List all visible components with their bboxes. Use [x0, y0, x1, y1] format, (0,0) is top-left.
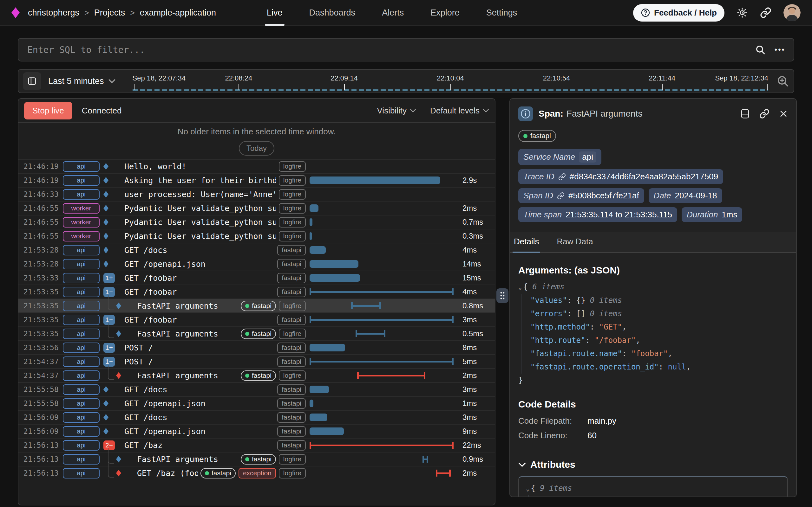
- service-tag[interactable]: api: [63, 454, 100, 464]
- attributes-toggle[interactable]: Attributes: [518, 459, 788, 470]
- zoom-in-icon[interactable]: [776, 75, 789, 88]
- table-row[interactable]: 21:46:19apiAsking the user for their bir…: [18, 173, 495, 187]
- default-levels-dropdown[interactable]: Default levels: [430, 106, 489, 116]
- tag-pill-logfire[interactable]: logfire: [279, 301, 306, 311]
- service-tag[interactable]: api: [63, 301, 100, 311]
- service-tag[interactable]: api: [63, 259, 100, 269]
- detail-tab-raw-data[interactable]: Raw Data: [555, 232, 594, 252]
- service-tag[interactable]: api: [63, 287, 100, 297]
- service-tag[interactable]: api: [63, 356, 100, 367]
- detail-tab-details[interactable]: Details: [513, 232, 540, 252]
- tag-pill-logfire[interactable]: logfire: [279, 454, 306, 464]
- sql-filter-input[interactable]: [27, 44, 755, 55]
- search-icon[interactable]: [755, 44, 766, 55]
- service-tag[interactable]: api: [63, 468, 100, 478]
- logfire-logo-icon[interactable]: [11, 7, 20, 18]
- sidebar-toggle-icon[interactable]: [23, 72, 41, 90]
- service-tag[interactable]: api: [63, 161, 100, 172]
- service-tag[interactable]: api: [63, 315, 100, 325]
- feedback-help-button[interactable]: Feedback / Help: [633, 4, 724, 21]
- table-row[interactable]: 21:54:37api1−POST /fastapi5ms: [18, 354, 495, 368]
- tag-pill-fastapi[interactable]: fastapi: [241, 329, 276, 339]
- breadcrumb-project-name[interactable]: example-application: [140, 8, 216, 18]
- breadcrumb-projects[interactable]: Projects: [94, 8, 125, 18]
- table-row[interactable]: 21:53:35api1−GET /foobarfastapi4ms: [18, 285, 495, 298]
- table-row[interactable]: 21:53:56api1+POST /fastapi8ms: [18, 340, 495, 354]
- timeline[interactable]: Sep 18, 22:07:3422:08:2422:09:1422:10:04…: [133, 70, 768, 93]
- tag-pill-exception[interactable]: exception: [239, 468, 276, 478]
- tab-live[interactable]: Live: [267, 0, 283, 26]
- tab-dashboards[interactable]: Dashboards: [309, 0, 356, 26]
- table-row[interactable]: 21:53:28apiGET /docsfastapi4ms: [18, 243, 495, 257]
- today-button[interactable]: Today: [239, 141, 274, 156]
- theme-toggle-icon[interactable]: [737, 7, 748, 18]
- table-row[interactable]: 21:46:19apiHello, world!logfire: [18, 159, 495, 173]
- table-row[interactable]: 21:53:33api1+GET /foobarfastapi15ms: [18, 271, 495, 285]
- tag-pill-logfire[interactable]: logfire: [279, 161, 306, 172]
- service-tag[interactable]: api: [63, 398, 100, 409]
- table-row[interactable]: 21:55:58apiGET /docsfastapi3ms: [18, 382, 495, 396]
- service-tag[interactable]: api: [63, 189, 100, 200]
- tag-pill-logfire[interactable]: logfire: [279, 175, 306, 186]
- tag-pill-logfire[interactable]: logfire: [279, 203, 306, 214]
- table-row[interactable]: 21:56:09apiGET /docsfastapi3ms: [18, 410, 495, 424]
- attributes-box[interactable]: ⌄{ 9 items"code.filepath": "main.py","co…: [518, 476, 788, 497]
- tag-pill-fastapi[interactable]: fastapi: [277, 259, 306, 269]
- table-row[interactable]: 21:54:37apiFastAPI argumentsfastapilogfi…: [18, 368, 495, 382]
- table-row[interactable]: 21:46:33apiuser processed: User(name='An…: [18, 187, 495, 201]
- copy-link-icon[interactable]: [759, 109, 769, 119]
- tab-explore[interactable]: Explore: [430, 0, 460, 26]
- service-tag[interactable]: api: [63, 412, 100, 423]
- table-row[interactable]: 21:53:35apiFastAPI argumentsfastapilogfi…: [18, 298, 495, 313]
- tag-pill-logfire[interactable]: logfire: [279, 189, 306, 200]
- table-row[interactable]: 21:56:13apiGET /baz (foobar)fastapiexcep…: [18, 466, 495, 480]
- drag-handle-icon[interactable]: [496, 288, 508, 303]
- tag-pill-fastapi[interactable]: fastapi: [277, 315, 306, 325]
- tag-pill-fastapi[interactable]: fastapi: [241, 301, 276, 311]
- tag-pill-logfire[interactable]: logfire: [279, 217, 306, 228]
- tag-pill-fastapi[interactable]: fastapi: [277, 273, 306, 283]
- time-range-select[interactable]: Last 5 minutes: [48, 76, 115, 86]
- table-row[interactable]: 21:53:35api1−GET /foobarfastapi3ms: [18, 313, 495, 326]
- collapse-expand-badge[interactable]: 1+: [103, 273, 115, 283]
- table-row[interactable]: 21:46:55workerPydantic User validate_pyt…: [18, 229, 495, 243]
- tag-pill-fastapi[interactable]: fastapi: [200, 468, 236, 478]
- service-tag[interactable]: worker: [63, 231, 100, 241]
- stop-live-button[interactable]: Stop live: [24, 102, 72, 119]
- service-tag-pill[interactable]: fastapi: [518, 130, 556, 142]
- visibility-dropdown[interactable]: Visibility: [377, 106, 416, 116]
- service-tag[interactable]: api: [63, 440, 100, 451]
- user-avatar[interactable]: [783, 4, 801, 21]
- close-icon[interactable]: [779, 109, 788, 118]
- tag-pill-fastapi[interactable]: fastapi: [277, 440, 306, 451]
- tag-pill-fastapi[interactable]: fastapi: [277, 426, 306, 437]
- tag-pill-logfire[interactable]: logfire: [279, 231, 306, 241]
- tag-pill-fastapi[interactable]: fastapi: [241, 371, 276, 381]
- tab-alerts[interactable]: Alerts: [382, 0, 404, 26]
- tag-pill-logfire[interactable]: logfire: [279, 371, 306, 381]
- more-options-icon[interactable]: •••: [774, 45, 785, 54]
- tag-pill-fastapi[interactable]: fastapi: [277, 398, 306, 409]
- tag-pill-fastapi[interactable]: fastapi: [277, 412, 306, 423]
- tab-settings[interactable]: Settings: [486, 0, 517, 26]
- table-row[interactable]: 21:55:58apiGET /openapi.jsonfastapi1ms: [18, 396, 495, 410]
- service-tag[interactable]: worker: [63, 203, 100, 214]
- table-row[interactable]: 21:46:55workerPydantic User validate_pyt…: [18, 215, 495, 229]
- tag-pill-fastapi[interactable]: fastapi: [277, 287, 306, 297]
- service-tag[interactable]: api: [63, 245, 100, 256]
- open-card-icon[interactable]: [740, 108, 750, 119]
- breadcrumb-org[interactable]: christophergs: [28, 8, 79, 18]
- service-tag[interactable]: api: [63, 329, 100, 339]
- tag-pill-fastapi[interactable]: fastapi: [277, 384, 306, 395]
- tag-pill-fastapi[interactable]: fastapi: [241, 454, 276, 464]
- collapse-expand-badge[interactable]: 1+: [103, 343, 115, 353]
- table-row[interactable]: 21:53:35apiFastAPI argumentsfastapilogfi…: [18, 326, 495, 340]
- table-row[interactable]: 21:56:13api2−GET /bazfastapi22ms: [18, 438, 495, 452]
- service-tag[interactable]: api: [63, 343, 100, 353]
- table-row[interactable]: 21:56:09apiGET /openapi.jsonfastapi9ms: [18, 424, 495, 438]
- service-tag[interactable]: api: [63, 175, 100, 186]
- trace-id-badge[interactable]: Trace ID #d834c3374dd6fa2e4aa82a55ab2175…: [518, 169, 723, 184]
- tag-pill-fastapi[interactable]: fastapi: [277, 343, 306, 353]
- table-row[interactable]: 21:56:13apiFastAPI argumentsfastapilogfi…: [18, 452, 495, 466]
- span-id-badge[interactable]: Span ID #5008bce5f7fe21af: [518, 188, 644, 203]
